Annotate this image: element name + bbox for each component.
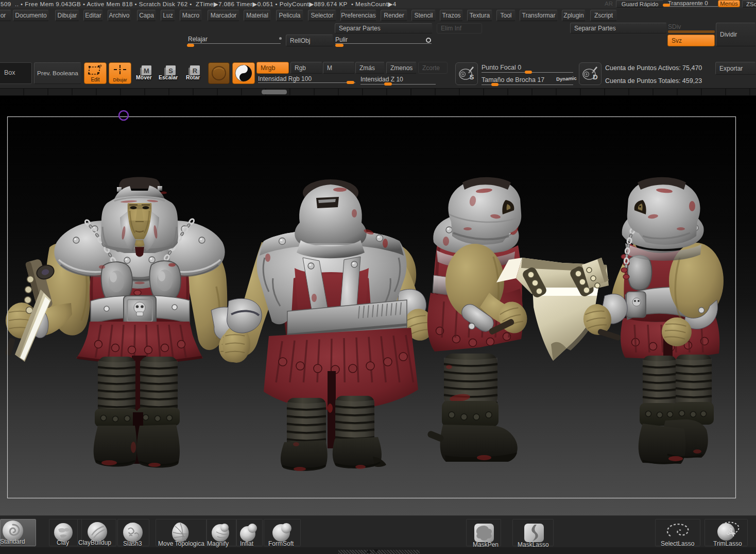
svg-text:S: S	[470, 73, 474, 81]
svg-text:M: M	[144, 67, 149, 75]
svg-text:D: D	[593, 73, 597, 81]
svg-text:Dibujar: Dibujar	[113, 77, 127, 82]
svg-text:R: R	[193, 67, 198, 75]
svg-text:S: S	[168, 67, 173, 75]
svg-text:Edit: Edit	[91, 77, 99, 82]
